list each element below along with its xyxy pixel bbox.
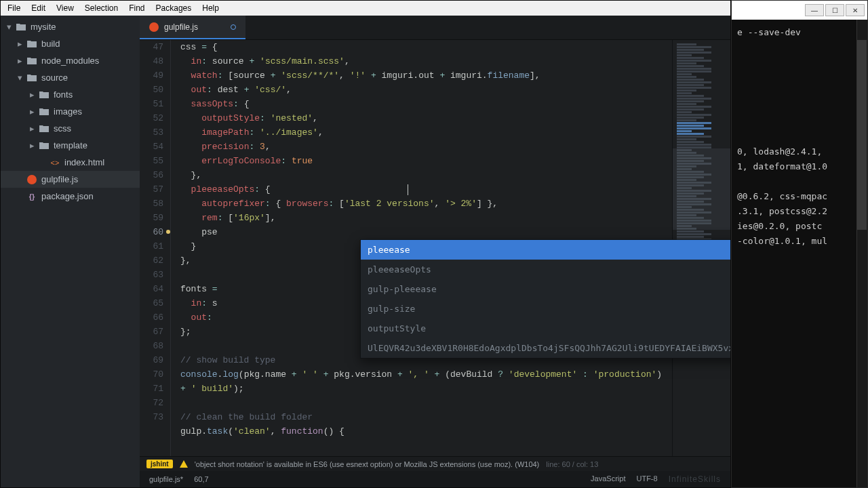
tree-item-source[interactable]: ▾source [1,69,140,86]
folder-icon [39,107,50,117]
autocomplete-item[interactable]: outputStyle [361,319,730,338]
tree-item-images[interactable]: ▸images [1,103,140,120]
code-line[interactable]: sassOpts: { [180,97,672,111]
code-line[interactable]: gulp.task('clean', function() { [180,424,672,439]
status-cursor: 60,7 [194,475,208,483]
tree-item-node_modules[interactable]: ▸node_modules [1,52,140,69]
autocomplete-item[interactable]: pleeease [361,240,730,260]
maximize-button[interactable]: ☐ [825,4,844,16]
folder-icon [16,22,26,32]
tree-item-label: template [54,140,87,150]
chevron-right-icon: ▸ [16,40,24,48]
folder-icon [39,124,50,134]
menu-help[interactable]: Help [197,1,224,15]
code-line[interactable]: // clean the build folder [180,410,672,424]
folder-icon [26,73,37,83]
code-line[interactable]: in: source + 'scss/main.scss', [180,54,672,68]
close-button[interactable]: ✕ [846,4,865,16]
menu-edit[interactable]: Edit [26,1,51,15]
tree-item-build[interactable]: ▸build [1,35,140,52]
chevron-right-icon: ▸ [16,57,24,65]
code-line[interactable]: css = { [180,40,672,54]
tree-item-label: scss [54,123,71,134]
chevron-right-icon: ▸ [28,108,36,116]
tree-item-fonts[interactable]: ▸fonts [1,86,140,103]
folder-icon [39,141,50,150]
chevron-right-icon: ▸ [28,142,36,150]
code-line[interactable]: out: dest + 'css/', [180,83,672,97]
terminal-scrollbar[interactable] [856,20,867,487]
code-line[interactable]: pse [180,225,672,239]
autocomplete-item[interactable]: pleeeaseOpts [361,260,730,279]
tree-item-scss[interactable]: ▸scss [1,120,140,137]
code-line[interactable]: outputStyle: 'nested', [180,111,672,125]
modified-indicator-icon [231,24,236,30]
code-area[interactable]: 4748495051525354555657585960616263646566… [140,40,730,456]
lint-bar: jshint 'object short notation' is availa… [140,456,730,471]
autocomplete-popup[interactable]: pleeeasepleeeaseOptsgulp-pleeeasegulp-si… [360,239,730,359]
chevron-down-icon: ▾ [5,23,13,31]
json-file-icon: {} [26,192,37,201]
tree-item-label: build [41,39,60,49]
autocomplete-item[interactable]: UlEQVR42u3deXBV1R0H8EdoAgxdplDbsTo4jSFsQ… [361,338,730,358]
tab-label: gulpfile.js [164,22,198,32]
tree-item-label: node_modules [41,56,99,66]
menu-find[interactable]: Find [123,1,150,15]
minimap-viewport[interactable] [673,148,730,230]
tree-item-template[interactable]: ▸template [1,137,140,154]
lint-location: line: 60 / col: 13 [546,460,598,468]
terminal-titlebar: — ☐ ✕ [732,1,867,20]
code-line[interactable]: + ' build'); [180,382,672,396]
tab-gulpfile[interactable]: gulpfile.js [140,16,245,39]
menu-bar: FileEditViewSelectionFindPackagesHelp [1,1,730,16]
minimize-button[interactable]: — [805,4,824,16]
warning-icon [180,460,188,468]
code-line[interactable]: imagePath: '../images', [180,125,672,140]
menu-file[interactable]: File [2,1,26,15]
terminal-window: — ☐ ✕ e --save-dev 0, lodash@2.4.1, 1, d… [731,0,868,488]
html-file-icon: <> [50,158,60,167]
terminal-scrollbar-thumb[interactable] [857,40,867,230]
code-line[interactable]: rem: ['16px'], [180,211,672,225]
code-line[interactable]: watch: [source + 'scss/**/*', '!' + imgu… [180,68,672,83]
chevron-right-icon: ▸ [28,91,36,99]
tree-item-label: source [41,73,68,83]
code-line[interactable]: autoprefixer: { browsers: ['last 2 versi… [180,197,672,211]
code-line[interactable]: }, [180,168,672,182]
code-line[interactable]: console.log(pkg.name + ' ' + pkg.version… [180,367,672,382]
tab-bar: gulpfile.js [140,16,730,40]
tree-item-gulpfile-js[interactable]: gulpfile.js [1,171,140,188]
lint-message: 'object short notation' is available in … [195,460,540,468]
tree-item-package-json[interactable]: {}package.json [1,188,140,205]
code-line[interactable]: pleeeaseOpts: { [180,182,672,197]
code-line[interactable]: precision: 3, [180,140,672,154]
js-file-icon [26,175,37,184]
tree-item-label: index.html [64,157,104,167]
menu-selection[interactable]: Selection [79,1,123,15]
js-file-icon [149,22,159,32]
tree-item-label: package.json [41,191,94,201]
autocomplete-item[interactable]: gulp-size [361,299,730,319]
tree-item-index-html[interactable]: <>index.html [1,154,140,171]
file-tree[interactable]: ▾ mysite ▸build▸node_modules▾source▸font… [1,16,140,487]
chevron-right-icon: ▸ [28,125,36,133]
tree-root-label: mysite [31,22,56,32]
tree-item-label: fonts [54,89,73,100]
menu-view[interactable]: View [51,1,79,15]
folder-icon [26,39,37,49]
lint-tool-badge: jshint [146,460,173,468]
status-file: gulpfile.js* [149,475,183,483]
folder-icon [26,56,37,66]
editor-main: gulpfile.js 4748495051525354555657585960… [140,16,730,487]
status-lang[interactable]: JavaScript [591,474,625,484]
code-line[interactable] [180,396,672,410]
menu-packages[interactable]: Packages [151,1,197,15]
status-encoding[interactable]: UTF-8 [636,474,657,484]
tree-root[interactable]: ▾ mysite [1,18,140,35]
autocomplete-item[interactable]: gulp-pleeease [361,279,730,299]
tree-item-label: gulpfile.js [41,174,78,184]
text-cursor [408,184,408,195]
code-line[interactable]: errLogToConsole: true [180,154,672,168]
tree-item-label: images [54,106,82,117]
brand-watermark: InfiniteSkills [669,474,721,484]
